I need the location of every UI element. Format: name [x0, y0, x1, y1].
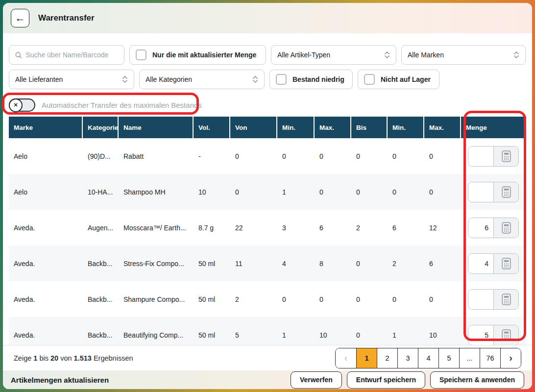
page-button-3[interactable]: 3 — [397, 348, 418, 368]
cell-min1: 1 — [277, 174, 314, 210]
filter-low-stock-checkbox[interactable]: Bestand niedrig — [269, 70, 353, 89]
search-field[interactable] — [9, 45, 124, 65]
checkbox-icon[interactable] — [364, 74, 375, 85]
menge-input-group — [468, 218, 519, 238]
cell-kategorie: Backb... — [83, 245, 118, 281]
cell-max1: 0 — [315, 138, 350, 174]
cell-min1: 3 — [277, 210, 314, 245]
checkbox-label: Nur die mit aktualisierter Menge — [152, 51, 256, 59]
page-button-5[interactable]: 5 — [438, 348, 459, 368]
filter-updated-qty-checkbox[interactable]: Nur die mit aktualisierter Menge — [129, 45, 266, 65]
cell-vol: 50 ml — [194, 281, 229, 317]
table-row: Aveda.Backb...Beautifying Comp...50 ml51… — [9, 317, 526, 345]
calculator-button[interactable] — [494, 254, 518, 273]
toggle-knob-off-icon[interactable]: ✕ — [9, 98, 23, 112]
save-apply-button[interactable]: Speichern & anwenden — [430, 371, 524, 389]
pager: ‹12345...76› — [335, 348, 521, 368]
checkbox-icon[interactable] — [136, 49, 146, 60]
table-row: Aveda.Backb...Stress-Fix Compo...50 ml11… — [9, 245, 526, 281]
table-body: Aelo(90)D...Rabatt-000000Aelo10-HA...Sha… — [9, 138, 526, 345]
calculator-button[interactable] — [494, 182, 518, 202]
cell-von: 0 — [230, 138, 276, 174]
brands-select[interactable]: Alle Marken — [401, 45, 526, 65]
menge-input[interactable] — [468, 325, 494, 345]
cell-max1: 8 — [315, 245, 350, 281]
cell-max1: 10 — [315, 317, 350, 345]
summary-text: Ergebnissen — [94, 354, 133, 362]
select-value: Alle Kategorien — [146, 75, 192, 83]
auto-transfer-toggle[interactable]: ✕ — [9, 98, 35, 112]
search-input[interactable] — [25, 51, 118, 59]
cell-menge — [461, 174, 526, 210]
cell-kategorie: Augen... — [83, 210, 118, 245]
column-header: Vol. — [194, 117, 229, 138]
column-header: Bis — [351, 117, 387, 138]
cell-min2: 0 — [388, 138, 423, 174]
calculator-button[interactable] — [494, 218, 518, 238]
cell-name: Mosscara™/ Earth... — [119, 210, 193, 245]
page-button-4[interactable]: 4 — [418, 348, 438, 368]
cell-max1: 0 — [315, 174, 350, 210]
table-row: Aelo10-HA...Shampoo MH10010000 — [9, 174, 526, 210]
cell-bis: 0 — [351, 138, 387, 174]
page-button-1[interactable]: 1 — [356, 348, 377, 368]
cell-min2: 0 — [388, 174, 423, 210]
calculator-button[interactable] — [494, 147, 518, 166]
cell-name: Rabatt — [119, 138, 193, 174]
menge-input[interactable] — [468, 218, 494, 238]
table-header-row: MarkeKategorieNameVol.VonMin.Max.BisMin.… — [9, 117, 526, 138]
cell-kategorie: (90)D... — [83, 138, 118, 174]
checkbox-icon[interactable] — [276, 74, 287, 85]
discard-button[interactable]: Verwerfen — [291, 371, 342, 389]
page-button-76[interactable]: 76 — [480, 348, 500, 368]
menge-input[interactable] — [468, 147, 494, 166]
cell-von: 22 — [230, 210, 276, 245]
cell-max2: 12 — [424, 210, 460, 245]
cell-min2: 1 — [388, 317, 423, 345]
menge-input[interactable] — [468, 254, 494, 273]
select-value: Alle Lieferanten — [15, 75, 63, 83]
checkbox-label: Nicht auf Lager — [381, 75, 431, 83]
article-types-select[interactable]: Alle Artikel-Typen — [271, 45, 396, 65]
summary-to: 20 — [50, 354, 58, 362]
calculator-button[interactable] — [494, 290, 518, 309]
chevron-updown-icon — [384, 51, 390, 59]
filter-out-of-stock-checkbox[interactable]: Nicht auf Lager — [358, 70, 439, 89]
cell-min2: 2 — [388, 245, 423, 281]
categories-select[interactable]: Alle Kategorien — [139, 70, 265, 89]
cell-von: 2 — [230, 281, 276, 317]
chevron-updown-icon — [252, 75, 258, 83]
cell-max1: 0 — [315, 281, 350, 317]
page-button-...[interactable]: ... — [459, 348, 480, 368]
back-button[interactable]: ← — [11, 9, 29, 27]
calculator-icon — [502, 294, 511, 305]
calculator-button[interactable] — [494, 325, 518, 345]
menge-input[interactable] — [468, 182, 494, 202]
cell-max2: 0 — [424, 174, 460, 210]
summary-text: Zeige — [14, 354, 31, 362]
cell-marke: Aveda. — [9, 245, 82, 281]
cell-name: Shampoo MH — [119, 174, 193, 210]
column-header: Kategorie — [83, 117, 118, 138]
cell-kategorie: Backb... — [83, 317, 118, 345]
prev-page-button[interactable]: ‹ — [336, 348, 356, 368]
column-header: Max. — [424, 117, 460, 138]
menge-input-group — [468, 325, 519, 345]
cell-min1: 0 — [277, 281, 314, 317]
summary-from: 1 — [33, 354, 37, 362]
footer-title: Artikelmengen aktualisieren — [11, 376, 109, 384]
page-button-2[interactable]: 2 — [377, 348, 397, 368]
menge-input[interactable] — [468, 290, 494, 309]
table-row: Aelo(90)D...Rabatt-000000 — [9, 138, 526, 174]
page-title: Warentransfer — [38, 13, 95, 23]
cell-marke: Aveda. — [9, 210, 82, 245]
cell-kategorie: Backb... — [83, 281, 118, 317]
suppliers-select[interactable]: Alle Lieferanten — [9, 70, 134, 89]
menge-input-group — [468, 182, 519, 202]
save-draft-button[interactable]: Entwurf speichern — [347, 371, 425, 389]
cell-bis: 0 — [351, 317, 387, 345]
results-summary: Zeige 1 bis 20 von 1.513 Ergebnissen — [14, 354, 133, 362]
next-page-button[interactable]: › — [500, 348, 521, 368]
cell-max1: 6 — [315, 210, 350, 245]
cell-menge — [461, 245, 526, 281]
